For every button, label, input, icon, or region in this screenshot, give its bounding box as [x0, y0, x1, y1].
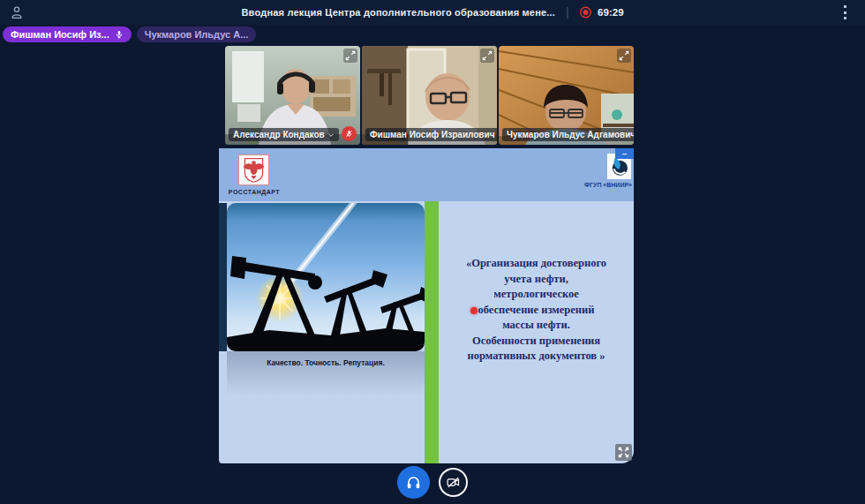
top-bar: Вводная лекция Центра дополнительного об…	[0, 0, 865, 25]
camera-off-button[interactable]	[439, 468, 468, 497]
bottom-controls	[397, 466, 468, 499]
video-tile-chukmarov[interactable]: Чукмаров Ильдус Адгамович	[499, 46, 634, 145]
video-tile-kondakov[interactable]: Александр Кондаков	[225, 46, 360, 145]
slide-body: Качество. Точность. Репутация. «Организа…	[219, 201, 634, 463]
slide-header-band: РОССТАНДАРТ ФГУП «ВНИИР» –	[219, 148, 634, 201]
minimize-button[interactable]: –	[615, 148, 634, 159]
slide-title-line: учета нефти,	[446, 272, 627, 288]
speaker-pill-chukmarov[interactable]: Чукмаров Ильдус А...	[137, 26, 257, 42]
fullscreen-icon[interactable]	[615, 444, 632, 461]
slide-title-line: «Организация достоверного	[446, 256, 627, 272]
speaker-pill-label: Чукмаров Ильдус А...	[145, 29, 249, 40]
video-strip: Александр Кондаков	[225, 46, 634, 145]
participant-name: Чукмаров Ильдус Адгамович	[507, 130, 634, 139]
rosstandart-logo	[238, 154, 269, 185]
rosstandart-label: РОССТАНДАРТ	[222, 189, 286, 195]
chevron-down-icon	[327, 132, 335, 139]
divider	[567, 7, 568, 19]
oil-pumpjack-photo	[227, 203, 425, 351]
expand-icon[interactable]	[617, 49, 631, 63]
slide-caption: Качество. Точность. Репутация.	[227, 358, 425, 367]
speaker-pills: Фишман Иосиф Из... Чукмаров Ильдус А...	[3, 26, 256, 42]
slide-title-line: нормативных документов »	[446, 349, 627, 365]
participant-name-chip[interactable]: Александр Кондаков	[229, 128, 339, 141]
video-tile-fishman[interactable]: Фишман Иосиф Израилович	[362, 46, 497, 145]
laser-pointer-dot	[470, 307, 478, 314]
meeting-title: Вводная лекция Центра дополнительного об…	[241, 7, 555, 18]
speaker-pill-label: Фишман Иосиф Из...	[11, 29, 109, 40]
expand-icon[interactable]	[480, 49, 494, 63]
kebab-menu-icon[interactable]	[840, 5, 849, 19]
green-divider	[425, 201, 439, 463]
webinar-window: Вводная лекция Центра дополнительного об…	[0, 0, 865, 504]
mic-muted-icon	[342, 126, 357, 141]
recording-timer: 69:29	[598, 7, 623, 18]
slide-left-strip	[219, 203, 227, 351]
participant-name: Александр Кондаков	[233, 130, 325, 139]
participant-name-chip[interactable]: Фишман Иосиф Израилович	[365, 128, 497, 141]
participant-name: Фишман Иосиф Израилович	[370, 130, 494, 139]
participant-name-chip[interactable]: Чукмаров Ильдус Адгамович	[502, 128, 634, 141]
slide-title-line: метрологическое	[446, 287, 627, 303]
slide-title-line: массы нефти.	[446, 318, 627, 334]
person-icon[interactable]	[9, 4, 25, 20]
speaker-pill-fishman[interactable]: Фишман Иосиф Из...	[3, 26, 132, 42]
minimize-icon: –	[622, 149, 628, 159]
presentation-area: РОССТАНДАРТ ФГУП «ВНИИР» –	[219, 148, 634, 463]
slide-title-line: обеспечение измерений	[446, 303, 627, 319]
microphone-icon	[115, 29, 124, 40]
recording-icon	[579, 6, 591, 19]
slide-title-line: Особенности применения	[446, 334, 627, 350]
slide-title: «Организация достоверного учета нефти, м…	[439, 201, 634, 463]
topbar-center: Вводная лекция Центра дополнительного об…	[241, 0, 623, 25]
headphones-icon	[405, 474, 422, 491]
audio-headphones-button[interactable]	[397, 466, 430, 499]
expand-icon[interactable]	[343, 49, 357, 63]
camera-off-icon	[446, 475, 461, 490]
vniir-label: ФГУП «ВНИИР»	[561, 182, 632, 188]
